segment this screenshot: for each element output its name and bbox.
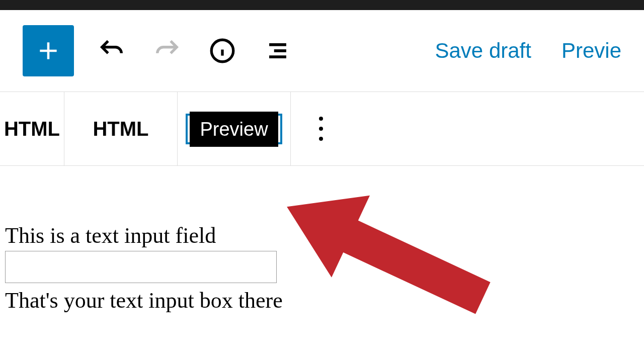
plus-icon [36, 38, 61, 63]
top-actions: Save draft Previe [435, 39, 621, 63]
redo-icon [152, 36, 182, 65]
outline-icon [263, 36, 292, 65]
add-block-button[interactable] [23, 25, 74, 76]
redo-button[interactable] [149, 33, 185, 68]
info-icon [208, 36, 237, 65]
undo-icon [97, 36, 126, 65]
preview-tab[interactable]: Preview [178, 92, 291, 165]
undo-button[interactable] [94, 33, 129, 68]
text-input-field[interactable] [5, 251, 277, 283]
preview-tab-active: Preview [186, 114, 282, 144]
outline-button[interactable] [260, 33, 295, 68]
more-vertical-icon [319, 117, 323, 141]
html-tab[interactable]: HTML [64, 92, 178, 165]
info-button[interactable] [205, 33, 240, 68]
preview-tab-label: Preview [190, 112, 278, 147]
top-dark-bar [0, 0, 644, 10]
label-above-input: This is a text input field [5, 221, 639, 250]
save-draft-link[interactable]: Save draft [435, 39, 531, 63]
block-type-label: HTML [4, 118, 60, 140]
block-type-indicator[interactable]: HTML [0, 92, 64, 165]
html-tab-label: HTML [93, 118, 148, 140]
more-options-button[interactable] [291, 92, 351, 165]
preview-link[interactable]: Previe [561, 39, 621, 63]
block-toolbar: HTML HTML Preview [0, 92, 644, 166]
label-below-input: That's your text input box there [5, 286, 639, 315]
editor-top-toolbar: Save draft Previe [0, 10, 644, 92]
block-preview-content: This is a text input field That's your t… [0, 166, 644, 321]
